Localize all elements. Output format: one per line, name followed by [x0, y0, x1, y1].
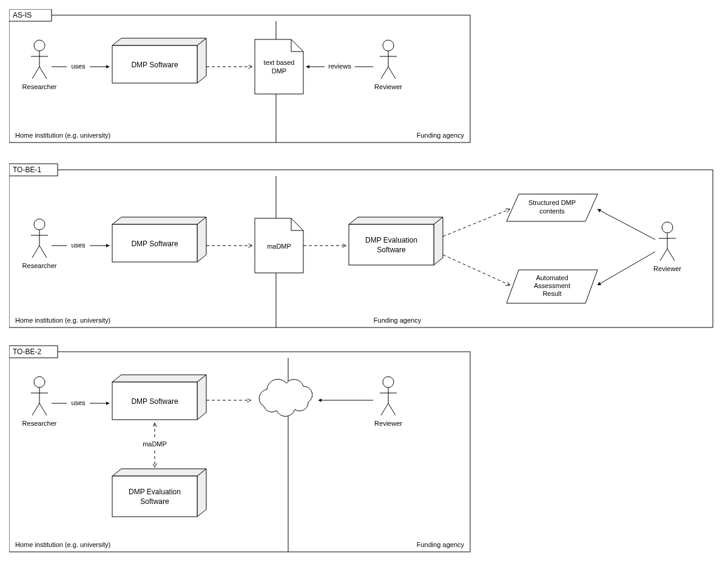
par1-line2: contents	[539, 207, 565, 215]
node-eval-software: DMP Evaluation Software	[112, 469, 206, 517]
uses-label: uses	[71, 241, 86, 249]
doc-line2: DMP	[272, 67, 286, 75]
svg-marker-61	[112, 375, 206, 382]
svg-rect-0	[9, 15, 470, 143]
svg-point-17	[383, 40, 394, 51]
eval-line1: DMP Evaluation	[129, 488, 181, 496]
svg-marker-73	[112, 469, 206, 476]
node-dmp-software: DMP Software	[112, 375, 206, 420]
node-automated-result: Automated Assessment Result	[507, 270, 598, 303]
svg-marker-37	[349, 217, 443, 224]
madmp-label: maDMP	[267, 243, 291, 250]
actor-researcher-label: Researcher	[22, 83, 57, 90]
svg-marker-38	[434, 217, 443, 265]
svg-point-54	[34, 377, 45, 388]
eval-line2: Software	[377, 246, 406, 254]
node-madmp-doc: maDMP	[255, 218, 303, 273]
svg-point-44	[662, 222, 673, 233]
node-text-dmp-doc: text based DMP	[255, 39, 303, 94]
svg-rect-39	[349, 224, 434, 265]
actor-reviewer-label: Reviewer	[653, 265, 681, 272]
eval-line1: DMP Evaluation	[365, 236, 417, 244]
svg-marker-11	[112, 38, 206, 45]
panel-title: AS-IS	[13, 11, 32, 19]
actor-reviewer-label: Reviewer	[374, 83, 402, 90]
eval-line2: Software	[140, 497, 169, 506]
svg-point-25	[34, 219, 45, 230]
reviews-label: reviews	[328, 62, 351, 70]
actor-reviewer-label: Reviewer	[374, 420, 402, 427]
madmp-label: maDMP	[143, 440, 167, 448]
svg-marker-12	[197, 38, 206, 83]
region-left-label: Home institution (e.g. university)	[15, 132, 110, 139]
par1-line1: Structured DMP	[528, 199, 576, 206]
svg-marker-32	[112, 217, 206, 224]
region-left-label: Home institution (e.g. university)	[15, 541, 110, 548]
panel-title: TO-BE-1	[13, 166, 41, 174]
panel-as-is: AS-IS Home institution (e.g. university)…	[9, 9, 470, 143]
doc-line1: text based	[264, 59, 295, 66]
node-structured-contents: Structured DMP contents	[507, 194, 598, 221]
node-dmp-software: DMP Software	[112, 217, 206, 262]
svg-marker-74	[197, 469, 206, 517]
uses-label: uses	[71, 62, 86, 70]
par2-line3: Result	[542, 290, 561, 297]
node-dmp-software-label: DMP Software	[131, 397, 178, 406]
par2-line1: Automated	[536, 274, 568, 281]
actor-researcher-label: Researcher	[22, 262, 57, 269]
panel-to-be-2: TO-BE-2 Home institution (e.g. universit…	[9, 346, 470, 552]
node-dmp-software-label: DMP Software	[131, 61, 178, 69]
region-right-label: Funding agency	[417, 541, 465, 548]
svg-marker-33	[197, 217, 206, 262]
panel-title: TO-BE-2	[13, 347, 41, 356]
node-dmp-software: DMP Software	[112, 38, 206, 83]
svg-point-3	[34, 40, 45, 51]
actor-researcher-label: Researcher	[22, 420, 57, 427]
node-dmp-software-label: DMP Software	[131, 240, 178, 248]
region-left-label: Home institution (e.g. university)	[15, 317, 110, 324]
node-eval-software: DMP Evaluation Software	[349, 217, 443, 265]
region-right-label: Funding agency	[374, 317, 422, 324]
par2-line2: Assessment	[534, 282, 570, 289]
panel-to-be-1: TO-BE-1 Home institution (e.g. universit…	[9, 164, 713, 327]
svg-rect-75	[112, 476, 197, 517]
svg-point-66	[383, 377, 394, 388]
region-right-label: Funding agency	[417, 132, 465, 139]
uses-label: uses	[71, 399, 86, 406]
svg-marker-62	[197, 375, 206, 420]
diagram-root: AS-IS Home institution (e.g. university)…	[9, 9, 719, 555]
svg-rect-51	[9, 352, 470, 552]
